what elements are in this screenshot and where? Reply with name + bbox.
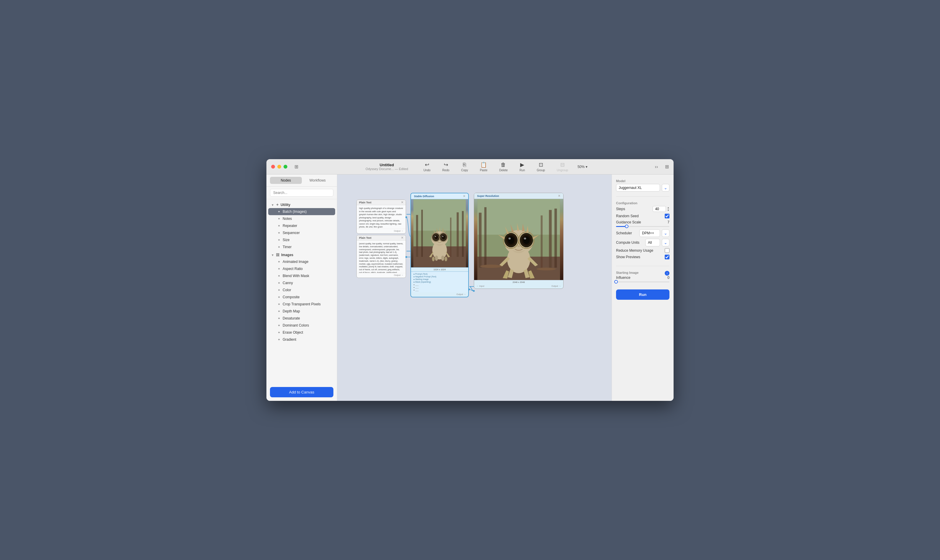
scheduler-dropdown-icon[interactable]: ⌄ — [662, 229, 670, 237]
utility-section-header[interactable]: ▼ ✦ Utility — [266, 202, 337, 208]
repeater-label: Repeater — [282, 224, 297, 228]
run-button[interactable]: ▶ Run — [517, 160, 527, 173]
right-panel-toggle-icon[interactable]: ⊞ — [665, 164, 669, 169]
steps-label: Steps — [616, 207, 625, 211]
sidebar-item-canny[interactable]: ✦ Canny — [268, 279, 335, 286]
sidebar-item-crop-transparent-pixels[interactable]: ✦ Crop Transparent Pixels — [268, 301, 335, 308]
tab-nodes[interactable]: Nodes — [270, 177, 302, 184]
close-button[interactable] — [271, 165, 275, 169]
sidebar-item-dominant-colors[interactable]: ✦ Dominant Colors — [268, 322, 335, 329]
paste-icon: 📋 — [480, 162, 487, 168]
tab-workflows[interactable]: Workflows — [302, 177, 334, 184]
erase-object-label: Erase Object — [282, 331, 303, 334]
svg-point-21 — [435, 236, 436, 237]
steps-up-icon[interactable]: ▲ — [667, 207, 670, 209]
sidebar-item-erase-object[interactable]: ✦ Erase Object — [268, 329, 335, 336]
dominant-colors-icon: ✦ — [278, 324, 280, 328]
search-input[interactable] — [270, 189, 333, 197]
plain-text-1-footer: Output → — [357, 229, 406, 234]
sidebar-item-composite[interactable]: ✦ Composite — [268, 294, 335, 301]
steps-down-icon[interactable]: ▼ — [667, 209, 670, 212]
ungroup-icon: ⊟ — [560, 162, 565, 168]
plain-text-1-close-icon[interactable]: ✕ — [401, 201, 403, 204]
sidebar-item-color[interactable]: ✦ Color — [268, 286, 335, 294]
influence-slider-track[interactable] — [616, 282, 670, 282]
sr-close-icon[interactable]: ✕ — [558, 194, 560, 197]
sidebar-item-batch-images[interactable]: ✦ Batch (Images) — [268, 208, 335, 215]
sidebar-item-desaturate[interactable]: ✦ Desaturate — [268, 315, 335, 322]
plain-text-node-1[interactable]: Plain Text ✕ high quality photograph of … — [357, 200, 406, 234]
undo-icon: ↩ — [425, 162, 429, 168]
model-select[interactable]: Juggernaut XL — [616, 184, 660, 192]
sr-header-label: Super Resolution — [477, 194, 499, 197]
sidebar-item-aspect-ratio[interactable]: ✦ Aspect Ratio — [268, 265, 335, 272]
delete-button[interactable]: 🗑 Delete — [497, 161, 510, 173]
document-subtitle: Odyssey Docume... — Edited — [366, 167, 408, 171]
show-previews-checkbox[interactable] — [665, 255, 670, 259]
sidebar-item-animated-image[interactable]: ✦ Animated Image — [268, 258, 335, 265]
model-dropdown-icon[interactable]: ⌄ — [662, 184, 670, 192]
sr-node-header: Super Resolution ✕ — [474, 193, 563, 199]
reduce-memory-label: Reduce Memory Usage — [616, 248, 653, 252]
sd-conn-7: ● ___ — [414, 289, 466, 291]
redo-button[interactable]: ↪ Redo — [440, 160, 452, 173]
sidebar-item-gradient[interactable]: ✦ Gradient — [268, 336, 335, 343]
sidebar-item-repeater[interactable]: ✦ Repeater — [268, 222, 335, 229]
images-section-header[interactable]: ▼ 🖼 Images — [266, 252, 337, 258]
scheduler-row: Scheduler DPM++ ⌄ — [616, 229, 670, 237]
compute-units-dropdown-icon[interactable]: ⌄ — [662, 239, 670, 246]
svg-rect-8 — [457, 212, 459, 257]
svg-point-20 — [442, 235, 445, 239]
steps-input[interactable] — [653, 206, 666, 212]
sidebar-item-size[interactable]: ✦ Size — [268, 236, 335, 243]
plain-text-2-close-icon[interactable]: ✕ — [401, 236, 403, 239]
canvas-area[interactable]: Plain Text ✕ high quality photograph of … — [337, 174, 611, 401]
zoom-control[interactable]: 50% ▾ — [577, 165, 587, 169]
sidebar-content: ▼ ✦ Utility ✦ Batch (Images) ✦ Notes ✦ — [266, 199, 337, 383]
zoom-dropdown-icon: ▾ — [586, 165, 587, 169]
fullscreen-button[interactable] — [284, 165, 287, 169]
sidebar-item-sequencer[interactable]: ✦ Sequencer — [268, 229, 335, 236]
aspect-ratio-icon: ✦ — [278, 267, 280, 271]
canny-label: Canny — [282, 281, 293, 285]
influence-slider-thumb[interactable] — [614, 280, 618, 283]
guidance-scale-slider-thumb[interactable] — [625, 225, 628, 228]
steps-spinner[interactable]: ▲ ▼ — [667, 207, 670, 212]
compute-units-select[interactable]: All — [645, 239, 660, 246]
group-button[interactable]: ⊡ Group — [534, 160, 547, 173]
composite-icon: ✦ — [278, 295, 280, 299]
stable-diffusion-node[interactable]: Stable Diffusion ✕ — [411, 193, 469, 297]
color-icon: ✦ — [278, 288, 280, 292]
plain-text-node-2[interactable]: Plain Text ✕ (worst quality, low quality… — [357, 235, 406, 278]
starting-image-info-icon[interactable]: i — [665, 271, 670, 275]
guidance-scale-slider-track[interactable] — [616, 226, 670, 227]
plain-text-1-header: Plain Text — [359, 201, 372, 204]
sd-close-icon[interactable]: ✕ — [463, 194, 465, 198]
svg-rect-31 — [484, 207, 486, 268]
sidebar-item-notes[interactable]: ✦ Notes — [268, 215, 335, 222]
minimize-button[interactable] — [277, 165, 281, 169]
add-to-canvas-button[interactable]: Add to Canvas — [270, 387, 333, 397]
random-seed-checkbox[interactable] — [665, 214, 670, 218]
overflow-button[interactable]: ›› — [655, 164, 658, 169]
sidebar-toggle-icon[interactable]: ⊞ — [295, 164, 298, 169]
run-button[interactable]: Run — [616, 289, 670, 300]
svg-point-35 — [480, 265, 502, 268]
sidebar-item-blend-with-mask[interactable]: ✦ Blend With Mask — [268, 272, 335, 279]
paste-button[interactable]: 📋 Paste — [477, 160, 490, 173]
scheduler-select[interactable]: DPM++ — [639, 229, 660, 237]
sequencer-icon: ✦ — [278, 231, 280, 235]
desaturate-label: Desaturate — [282, 316, 300, 320]
undo-button[interactable]: ↩ Undo — [421, 160, 433, 173]
super-resolution-node[interactable]: Super Resolution ✕ — [474, 193, 563, 289]
gradient-icon: ✦ — [278, 338, 280, 342]
sidebar-item-timer[interactable]: ✦ Timer — [268, 243, 335, 251]
copy-button[interactable]: ⎘ Copy — [459, 161, 470, 173]
guidance-scale-value: 7 — [667, 220, 670, 224]
guidance-scale-row: Guidance Scale 7 — [616, 220, 670, 224]
sidebar-item-depth-map[interactable]: ✦ Depth Map — [268, 308, 335, 315]
crop-transparent-pixels-label: Crop Transparent Pixels — [282, 302, 321, 306]
reduce-memory-row: Reduce Memory Usage — [616, 248, 670, 253]
creature-svg-sr — [474, 199, 563, 280]
reduce-memory-checkbox[interactable] — [665, 248, 670, 253]
